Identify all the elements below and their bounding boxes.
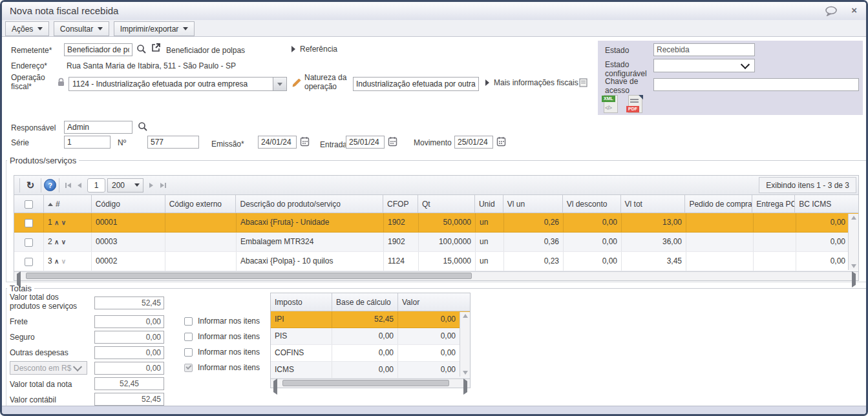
first-page-button[interactable] — [62, 179, 74, 192]
move-up-icon[interactable]: ∧ — [54, 238, 59, 245]
cell-codigo: 00002 — [92, 252, 165, 271]
cell-codigo-externo — [165, 233, 237, 251]
column-header-descricao[interactable]: Descrição do produto/serviço — [236, 195, 383, 213]
column-header-cfop[interactable]: CFOP — [383, 195, 418, 213]
pencil-icon[interactable] — [291, 78, 302, 90]
operacao-fiscal-value: 1124 - Industrialização efetuada por out… — [69, 79, 273, 88]
comment-icon[interactable] — [825, 6, 839, 16]
valor-produtos-input[interactable] — [94, 296, 164, 309]
table-row[interactable]: 1 ∧ ∨ 00001 Abacaxi {Fruta} - Unidade 19… — [14, 213, 858, 233]
open-record-icon[interactable] — [151, 43, 162, 54]
last-page-button[interactable] — [157, 179, 169, 192]
column-header-codigo-externo[interactable]: Código externo — [165, 195, 237, 213]
row-checkbox[interactable] — [25, 238, 33, 247]
column-header-pedido[interactable]: Pedido de compra — [685, 195, 752, 213]
move-up-icon[interactable]: ∧ — [54, 219, 59, 226]
column-header-num[interactable]: # — [44, 195, 92, 213]
move-up-icon[interactable]: ∧ — [54, 258, 59, 265]
help-icon[interactable]: ? — [44, 179, 56, 191]
scroll-left-icon[interactable] — [273, 381, 277, 393]
column-header-qt[interactable]: Qt — [418, 195, 475, 213]
pdf-file-icon[interactable]: PDF — [628, 95, 643, 112]
search-icon[interactable] — [138, 121, 149, 133]
column-header-valor[interactable]: Valor — [398, 293, 460, 311]
menu-imprimir-exportar[interactable]: Imprimir/exportar — [114, 21, 195, 36]
page-size-select[interactable]: 200 — [107, 178, 143, 192]
chave-acesso-input[interactable] — [653, 78, 859, 91]
column-header-bc-icms[interactable]: BC ICMS — [795, 195, 848, 213]
outras-informar-checkbox[interactable] — [184, 348, 193, 357]
scroll-down-icon[interactable] — [463, 371, 468, 375]
cell-bc-icms: 0,00 — [796, 233, 849, 251]
responsavel-input[interactable] — [64, 121, 132, 134]
page-number-input[interactable] — [87, 178, 105, 192]
desconto-input[interactable] — [94, 362, 164, 375]
horizontal-scrollbar[interactable] — [14, 271, 858, 280]
seguro-informar-checkbox[interactable] — [184, 333, 193, 341]
tax-row[interactable]: COFINS 0,00 0,00 — [271, 345, 470, 362]
valor-nota-input[interactable] — [94, 377, 164, 390]
xml-file-icon[interactable]: XML </> — [603, 95, 619, 112]
seguro-input[interactable] — [94, 331, 164, 344]
valor-contabil-label: Valor contábil — [10, 395, 56, 404]
scroll-right-icon[interactable] — [463, 381, 467, 393]
tax-row[interactable]: PIS 0,00 0,00 — [271, 328, 470, 345]
estado-configuravel-select[interactable] — [653, 59, 755, 72]
tax-row[interactable]: ICMS 0,00 0,00 — [271, 362, 470, 379]
column-header-codigo[interactable]: Código — [92, 195, 165, 213]
mais-informacoes-toggle[interactable]: Mais informações fiscais — [485, 78, 578, 87]
notes-icon[interactable] — [579, 78, 587, 90]
cell-entrega — [754, 233, 796, 251]
select-all-checkbox[interactable] — [14, 195, 44, 213]
horizontal-scrollbar[interactable] — [271, 379, 470, 388]
calendar-icon[interactable] — [496, 136, 508, 148]
move-down-icon[interactable]: ∨ — [61, 219, 66, 226]
move-down-icon[interactable]: ∨ — [61, 238, 66, 245]
movimento-input[interactable] — [454, 136, 493, 149]
search-icon[interactable] — [136, 44, 148, 56]
scrollbar-thumb[interactable] — [282, 380, 449, 386]
prev-page-button[interactable] — [74, 179, 85, 192]
emissao-input[interactable] — [258, 136, 297, 149]
menu-acoes[interactable]: Ações — [5, 21, 49, 36]
scroll-down-icon[interactable] — [851, 264, 856, 268]
cell-vl-un: 0,26 — [504, 213, 564, 232]
row-checkbox[interactable] — [25, 258, 33, 266]
calendar-icon[interactable] — [300, 136, 312, 148]
row-checkbox[interactable] — [25, 219, 33, 227]
vertical-scrollbar[interactable] — [460, 312, 470, 377]
refresh-icon[interactable]: ↻ — [23, 178, 38, 192]
next-page-button[interactable] — [145, 179, 157, 192]
scrollbar-thumb[interactable] — [26, 273, 472, 279]
calendar-icon[interactable] — [388, 136, 399, 148]
scroll-up-icon[interactable] — [463, 314, 468, 318]
column-header-unid[interactable]: Unid — [475, 195, 503, 213]
referencia-toggle[interactable]: Referência — [291, 45, 337, 54]
serie-input[interactable] — [64, 136, 111, 149]
remetente-input[interactable] — [64, 43, 132, 56]
menu-consultar[interactable]: Consultar — [54, 21, 109, 36]
frete-informar-checkbox[interactable] — [184, 317, 193, 326]
column-header-vl-un[interactable]: Vl un — [503, 195, 563, 213]
estado-input[interactable] — [653, 43, 755, 56]
vertical-scrollbar[interactable] — [848, 214, 858, 270]
column-header-base[interactable]: Base de cálculo — [332, 293, 398, 311]
column-header-imposto[interactable]: Imposto — [271, 293, 332, 311]
outras-despesas-input[interactable] — [94, 346, 164, 359]
operacao-fiscal-select[interactable]: 1124 - Industrialização efetuada por out… — [69, 77, 287, 91]
tax-row[interactable]: IPI 52,45 0,00 — [271, 311, 470, 328]
column-header-vl-tot[interactable]: Vl tot — [621, 195, 686, 213]
frete-input[interactable] — [94, 315, 164, 328]
column-header-entrega[interactable]: Entrega PC — [752, 195, 795, 213]
natureza-input[interactable] — [353, 77, 479, 91]
cell-vl-tot: 36,00 — [622, 233, 686, 251]
close-icon[interactable]: × — [851, 5, 857, 16]
valor-contabil-input[interactable] — [94, 393, 164, 406]
column-header-vl-desconto[interactable]: Vl desconto — [563, 195, 621, 213]
entrada-input[interactable] — [346, 136, 385, 149]
cell-codigo: 00001 — [92, 213, 165, 232]
table-row[interactable]: 3 ∧ ∨ 00002 Abacaxi {Polpa} - 10 quilos … — [14, 252, 858, 271]
numero-input[interactable] — [147, 136, 199, 149]
scroll-up-icon[interactable] — [851, 216, 856, 220]
table-row[interactable]: 2 ∧ ∨ 00003 Embalagem MTR324 1902 100,00… — [14, 233, 858, 252]
